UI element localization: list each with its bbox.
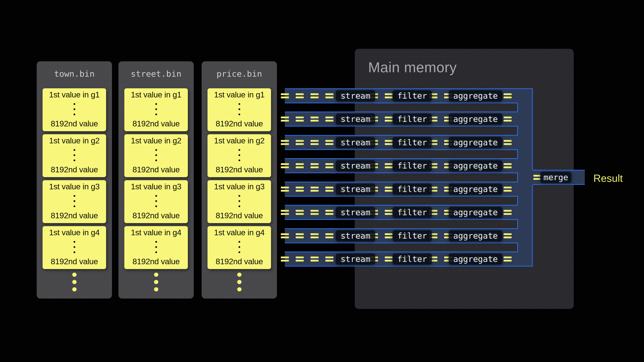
vector-group-card: 1st value in g18192nd value bbox=[42, 88, 106, 131]
group-last-value-label: 8192nd value bbox=[132, 165, 180, 174]
stream-operator-label: stream bbox=[336, 207, 375, 218]
data-flow-dashes bbox=[504, 140, 512, 145]
dash-bar bbox=[281, 187, 289, 188]
data-flow-dashes bbox=[326, 117, 334, 122]
dash-bar bbox=[296, 166, 304, 168]
data-flow-dashes bbox=[310, 117, 318, 122]
data-flow-dashes bbox=[504, 233, 512, 238]
data-flow-dashes bbox=[326, 140, 334, 145]
dash-bar bbox=[310, 93, 318, 95]
ellipsis-dot bbox=[155, 154, 157, 156]
group-last-value-label: 8192nd value bbox=[132, 119, 180, 128]
dash-bar bbox=[281, 140, 289, 142]
group-last-value-label: 8192nd value bbox=[51, 257, 98, 266]
aggregate-operator-label: aggregate bbox=[449, 207, 502, 218]
ellipsis-dot bbox=[74, 159, 75, 161]
ellipsis-dot bbox=[238, 200, 240, 202]
dash-bar bbox=[504, 96, 512, 98]
data-flow-dashes bbox=[310, 210, 318, 215]
aggregate-operator-label: aggregate bbox=[449, 113, 502, 125]
group-first-value-label: 1st value in g1 bbox=[49, 90, 100, 99]
group-first-value-label: 1st value in g2 bbox=[214, 136, 264, 145]
dash-bar bbox=[281, 237, 289, 238]
data-flow-dashes bbox=[281, 210, 289, 215]
stream-operator-label: stream bbox=[336, 254, 375, 265]
dash-bar bbox=[281, 93, 289, 95]
ellipsis-dot bbox=[155, 103, 157, 105]
dash-bar bbox=[385, 120, 393, 122]
group-first-value-label: 1st value in g3 bbox=[214, 182, 264, 191]
ellipsis-dot bbox=[155, 195, 157, 197]
filter-operator-label: filter bbox=[392, 160, 432, 171]
aggregate-operator-label: aggregate bbox=[449, 254, 502, 265]
dash-bar bbox=[296, 233, 304, 235]
dash-bar bbox=[281, 96, 289, 98]
dash-bar bbox=[385, 260, 393, 262]
dash-bar bbox=[281, 120, 289, 122]
dash-bar bbox=[310, 120, 318, 122]
dash-bar bbox=[504, 210, 512, 212]
dash-bar bbox=[385, 166, 393, 168]
data-flow-dashes bbox=[326, 233, 334, 238]
dash-bar bbox=[504, 143, 512, 145]
dash-bar bbox=[385, 257, 393, 258]
dash-bar bbox=[310, 187, 318, 188]
ellipsis-dot bbox=[74, 108, 75, 110]
data-flow-dashes bbox=[281, 257, 289, 262]
dash-bar bbox=[310, 140, 318, 142]
dash-bar bbox=[504, 233, 512, 235]
data-flow-dashes bbox=[296, 117, 304, 122]
data-flow-dashes bbox=[504, 187, 512, 192]
dash-bar bbox=[296, 210, 304, 212]
vector-group-card: 1st value in g28192nd value bbox=[208, 134, 271, 177]
dash-bar bbox=[310, 143, 318, 145]
dash-bar bbox=[504, 140, 512, 142]
ellipsis-dot bbox=[154, 287, 158, 291]
dash-bar bbox=[504, 190, 512, 192]
data-flow-dashes bbox=[281, 117, 289, 122]
ellipsis-dot bbox=[72, 273, 76, 277]
vertical-ellipsis bbox=[155, 195, 157, 207]
dash-bar bbox=[296, 190, 304, 192]
data-flow-dashes bbox=[310, 140, 318, 145]
dash-bar bbox=[326, 140, 334, 142]
data-flow-dashes bbox=[385, 210, 393, 215]
stream-operator-label: stream bbox=[336, 113, 375, 125]
dash-bar bbox=[310, 210, 318, 212]
dash-bar bbox=[504, 187, 512, 188]
aggregate-operator-label: aggregate bbox=[449, 184, 502, 195]
pipeline-thread-row: streamfilteraggregate bbox=[285, 88, 517, 103]
data-flow-dashes bbox=[385, 140, 393, 145]
dash-bar bbox=[385, 190, 393, 192]
dash-bar bbox=[281, 260, 289, 262]
data-flow-dashes bbox=[385, 257, 393, 262]
data-flow-dashes bbox=[385, 163, 393, 168]
ellipsis-dot bbox=[238, 195, 240, 197]
ellipsis-dot bbox=[238, 108, 240, 110]
dash-bar bbox=[504, 93, 512, 95]
channel-gap-border bbox=[517, 126, 518, 136]
ellipsis-dot bbox=[155, 200, 157, 202]
more-groups-ellipsis bbox=[202, 273, 277, 291]
group-last-value-label: 8192nd value bbox=[216, 119, 263, 128]
dash-bar bbox=[296, 96, 304, 98]
dash-bar bbox=[281, 233, 289, 235]
file-name-label: street.bin bbox=[118, 69, 194, 79]
vertical-ellipsis bbox=[155, 149, 157, 161]
dash-bar bbox=[296, 163, 304, 165]
aggregate-operator-label: aggregate bbox=[449, 137, 502, 148]
vertical-ellipsis bbox=[74, 241, 75, 253]
dash-bar bbox=[385, 210, 393, 212]
ellipsis-dot bbox=[74, 113, 75, 115]
ellipsis-dot bbox=[238, 103, 240, 105]
group-first-value-label: 1st value in g1 bbox=[131, 90, 182, 99]
dash-bar bbox=[326, 257, 334, 258]
ellipsis-dot bbox=[72, 280, 76, 284]
ellipsis-dot bbox=[155, 149, 157, 151]
group-last-value-label: 8192nd value bbox=[132, 211, 180, 220]
ellipsis-dot bbox=[74, 241, 75, 243]
group-first-value-label: 1st value in g2 bbox=[49, 136, 100, 145]
aggregate-operator-label: aggregate bbox=[449, 90, 502, 101]
vertical-ellipsis bbox=[238, 195, 240, 207]
ellipsis-dot bbox=[237, 280, 242, 284]
